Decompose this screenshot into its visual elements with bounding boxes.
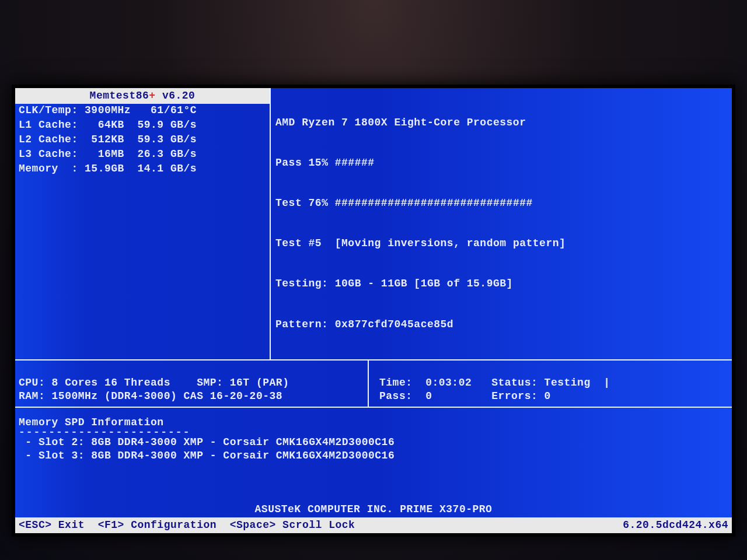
mid-left: CPU: 8 Cores 16 Threads SMP: 16T (PAR) R… [19,363,368,403]
spd-slot-line: - Slot 3: 8GB DDR4-3000 XMP - Corsair CM… [19,449,728,463]
monitor-bezel: Memtest86+ v6.20 CLK/Temp: 3900MHz 61/61… [12,85,735,537]
footer-left: <ESC> Exit <F1> Configuration <Space> Sc… [19,519,623,532]
test-label: Test [275,197,302,209]
space-scrolllock-hint[interactable]: <Space> Scroll Lock [230,519,355,531]
build-version: 6.20.5dcd424.x64 [623,519,728,532]
status-value: Testing [544,377,591,388]
memory-line: Memory : 15.9GB 14.1 GB/s [15,162,270,177]
mid-right: Time: 0:03:02 Status: Testing | Pass: 0 … [368,360,728,407]
right-column: AMD Ryzen 7 1800X Eight-Core Processor P… [271,88,732,359]
l3-cache-line: L3 Cache: 16MB 26.3 GB/s [15,148,270,162]
cpu-cores-value: 8 Cores 16 Threads [52,377,170,388]
temp-value: 61/61°C [151,104,197,116]
pass-percent: 15% [309,157,329,169]
l1-label: L1 Cache: [19,119,78,131]
app-name: Memtest86 [90,89,149,103]
l2-size: 512KB [91,134,124,145]
smp-value: 16T (PAR) [230,377,289,388]
errors-value: 0 [544,390,551,402]
testing-range-line: Testing: 10GB - 11GB [1GB of 15.9GB] [275,277,727,290]
l2-label: L2 Cache: [19,134,78,145]
l1-size: 64KB [98,119,124,131]
cpu-cores-label: CPU: [19,377,45,388]
test-description-line: Test #5 [Moving inversions, random patte… [275,237,727,250]
spinner-icon: | [603,376,610,390]
l2-bw: 59.3 GB/s [137,134,197,145]
status-label: Status: [491,377,537,388]
mem-bw: 14.1 GB/s [137,163,197,174]
title-plus: + [149,89,155,103]
clk-temp-label: CLK/Temp: [19,104,78,116]
spd-underline: ----------------------- [19,429,728,436]
pattern-label: Pattern: [275,318,328,330]
ram-spec-label: RAM: [19,390,45,402]
test-number: Test #5 [275,237,322,249]
time-label: Time: [379,377,413,388]
test-percent: 76% [309,197,329,209]
app-version: v6.20 [156,89,196,103]
test-progress-bar: ############################## [335,197,533,209]
clk-value: 3900MHz [85,104,131,116]
l3-size: 16MB [98,148,124,160]
mem-label: Memory : [19,163,78,174]
body-area: Memory SPD Information -----------------… [15,408,732,517]
testing-label: Testing: [275,278,328,289]
cpu-name: AMD Ryzen 7 1800X Eight-Core Processor [275,117,526,128]
ram-spec-value: 1500MHz (DDR4-3000) CAS 16-20-20-38 [52,390,283,402]
test-description: [Moving inversions, random pattern] [335,237,566,249]
l1-bw: 59.9 GB/s [137,119,197,131]
title-bar: Memtest86+ v6.20 [15,88,270,104]
mid-row: CPU: 8 Cores 16 Threads SMP: 16T (PAR) R… [15,360,732,408]
pass-count-label: Pass: [379,390,413,402]
pass-count-value: 0 [425,390,432,402]
memtest-screen: Memtest86+ v6.20 CLK/Temp: 3900MHz 61/61… [15,88,732,533]
l3-bw: 26.3 GB/s [137,148,197,160]
errors-label: Errors: [491,390,537,402]
pass-progress-line: Pass 15% ###### [275,156,727,170]
top-row: Memtest86+ v6.20 CLK/Temp: 3900MHz 61/61… [15,88,732,360]
esc-exit-hint[interactable]: <ESC> Exit [19,519,85,531]
clk-temp-line: CLK/Temp: 3900MHz 61/61°C [15,104,270,118]
l3-label: L3 Cache: [19,148,78,160]
pass-label: Pass [275,157,302,169]
smp-label: SMP: [197,377,223,388]
left-column: Memtest86+ v6.20 CLK/Temp: 3900MHz 61/61… [15,88,271,359]
testing-range: 10GB - 11GB [1GB of 15.9GB] [335,278,513,289]
pattern-value: 0x877cfd7045ace85d [335,318,453,330]
f1-config-hint[interactable]: <F1> Configuration [98,519,217,531]
mem-size: 15.9GB [85,163,124,174]
footer-bar: <ESC> Exit <F1> Configuration <Space> Sc… [15,517,732,533]
pattern-line: Pattern: 0x877cfd7045ace85d [275,318,727,331]
body-spacer [19,463,728,503]
pass-progress-bar: ###### [335,157,375,169]
l1-cache-line: L1 Cache: 64KB 59.9 GB/s [15,118,270,133]
time-value: 0:03:02 [425,377,472,388]
test-progress-line: Test 76% ############################## [275,197,727,210]
motherboard-line: ASUSTeK COMPUTER INC. PRIME X370-PRO [19,503,728,517]
l2-cache-line: L2 Cache: 512KB 59.3 GB/s [15,133,270,148]
cpu-name-line: AMD Ryzen 7 1800X Eight-Core Processor [275,116,727,130]
